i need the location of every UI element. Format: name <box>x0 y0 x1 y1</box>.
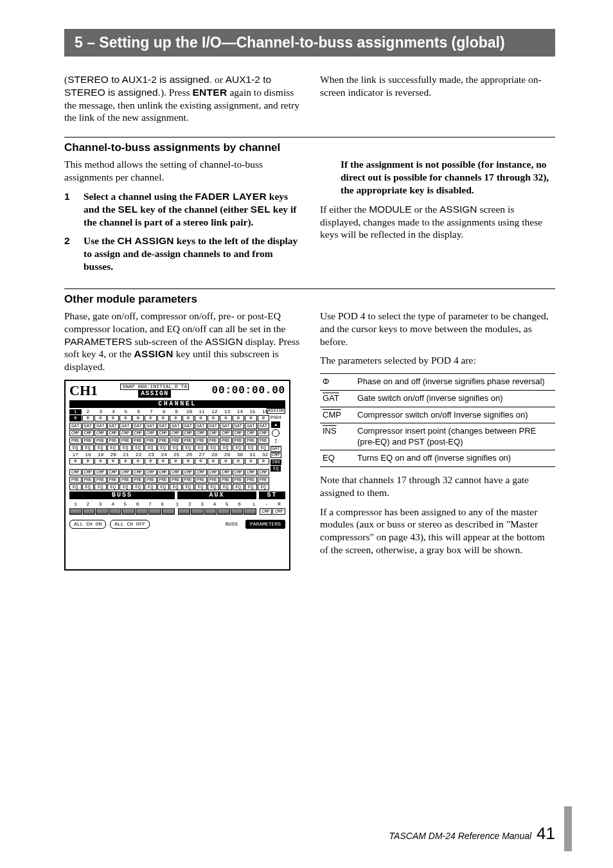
step-2: 2 Use the CH ASSIGN keys to the left of … <box>64 235 299 272</box>
fig-buss-label: BUSS <box>69 492 175 499</box>
chapter-header: 5 – Setting up the I/O—Channel-to-buss a… <box>64 29 555 57</box>
param-code: Φ <box>320 374 355 391</box>
table-row: CMPCompressor switch on/off Inverse sign… <box>320 407 555 423</box>
table-row: INSCompressor insert point (changes betw… <box>320 423 555 450</box>
fig-softbtn: PARAMETERS <box>245 520 285 529</box>
section1-body: This method allows the setting of channe… <box>64 158 555 279</box>
section1-intro: This method allows the setting of channe… <box>64 158 299 184</box>
fig-softbtn: ALL CH ON <box>69 520 106 529</box>
param-desc: Phase on and off (inverse signifies phas… <box>355 374 555 391</box>
section1-heading: Channel-to-buss assignments by channel <box>64 141 555 154</box>
param-code: GAT <box>320 390 355 407</box>
param-code: CMP <box>320 407 355 423</box>
page-footer: TASCAM DM-24 Reference Manual 41 <box>389 824 555 844</box>
section2-body: Phase, gate on/off, compressor on/off, p… <box>64 310 555 571</box>
warning-text: If the assignment is not possible (for i… <box>341 158 555 196</box>
section1-left: This method allows the setting of channe… <box>64 158 299 279</box>
divider <box>64 137 555 137</box>
intro-columns: (STEREO to AUX1-2 is assigned. or AUX1-2… <box>64 73 555 124</box>
assign-screen-figure: CH1 SNAP 000:INITIAL_D TA ASSIGN 00:00:0… <box>64 380 290 571</box>
param-code: INS <box>320 423 355 450</box>
fig-softbtn: BUSS <box>222 520 242 528</box>
param-desc: Gate switch on/off (inverse signifies on… <box>355 390 555 407</box>
step-1: 1 Select a channel using the FADER LAYER… <box>64 190 299 228</box>
step-number: 1 <box>64 190 72 228</box>
section2-right-p1: Use POD 4 to select the type of paramete… <box>320 310 555 348</box>
table-row: GATGate switch on/off (inverse signifies… <box>320 390 555 407</box>
param-desc: Compressor switch on/off Inverse signifi… <box>355 407 555 423</box>
footer-page-number: 41 <box>537 824 555 844</box>
fig-timecode: 00:00:00.00 <box>212 385 285 396</box>
footer-manual: TASCAM DM-24 Reference Manual <box>389 831 531 841</box>
step-text: Use the CH ASSIGN keys to the left of th… <box>84 235 299 272</box>
section2-right-p2: The parameters selected by POD 4 are: <box>320 354 555 367</box>
intro-left: (STEREO to AUX1-2 is assigned. or AUX1-2… <box>64 73 299 124</box>
param-desc: Compressor insert point (changes between… <box>355 423 555 450</box>
fig-st-label: ST <box>259 492 285 499</box>
param-code: EQ <box>320 450 355 467</box>
table-row: ΦPhase on and off (inverse signifies pha… <box>320 374 555 391</box>
section2-right: Use POD 4 to select the type of paramete… <box>320 310 555 571</box>
fig-softbtn: ALL CH OFF <box>110 520 150 529</box>
step-number: 2 <box>64 235 72 272</box>
fig-channel-label: CH1 <box>69 384 98 398</box>
section1-right: If the assignment is not possible (for i… <box>320 158 555 279</box>
section2-right-p4: If a compressor has been assigned to any… <box>320 506 555 556</box>
fig-aux-label: AUX <box>177 492 256 499</box>
section1-right-body: If either the MODULE or the ASSIGN scree… <box>320 203 555 241</box>
section2-right-p3: Note that channels 17 through 32 cannot … <box>320 474 555 499</box>
table-row: EQTurns EQ on and off (inverse signifies… <box>320 450 555 467</box>
divider <box>64 288 555 289</box>
fig-mode-label: ASSIGN <box>138 390 171 398</box>
fig-snap-label: SNAP 000:INITIAL_D TA <box>120 384 189 390</box>
footer-tab <box>564 806 572 851</box>
intro-right: When the link is successfully made, the … <box>320 73 555 124</box>
step-text: Select a channel using the FADER LAYER k… <box>84 190 299 228</box>
fig-channel-bar: CHANNEL <box>69 400 285 408</box>
param-table: ΦPhase on and off (inverse signifies pha… <box>320 373 555 467</box>
section2-heading: Other module parameters <box>64 293 555 306</box>
section2-left-p1: Phase, gate on/off, compressor on/off, p… <box>64 310 299 373</box>
section2-left: Phase, gate on/off, compressor on/off, p… <box>64 310 299 571</box>
param-desc: Turns EQ on and off (inverse signifies o… <box>355 450 555 467</box>
